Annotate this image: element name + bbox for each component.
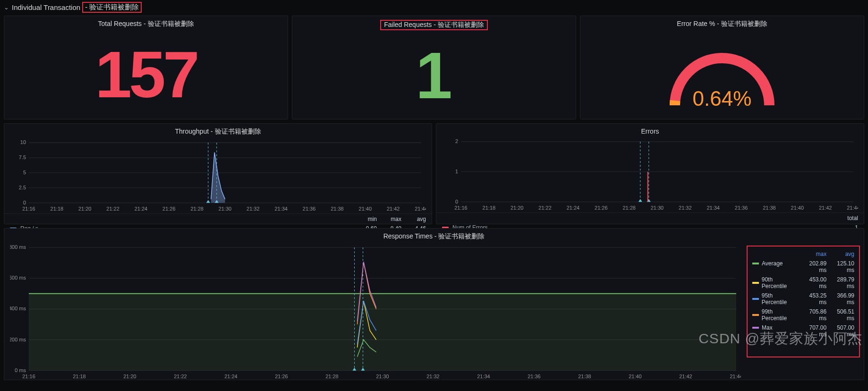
stat-value: 1 xyxy=(292,32,576,119)
svg-text:21:44: 21:44 xyxy=(730,374,741,379)
svg-text:21:40: 21:40 xyxy=(629,374,642,379)
svg-marker-27 xyxy=(206,200,210,203)
svg-text:2.5: 2.5 xyxy=(19,185,26,190)
svg-text:21:42: 21:42 xyxy=(819,205,832,211)
svg-text:21:44: 21:44 xyxy=(847,205,858,211)
legend-row[interactable]: Max707.00 ms507.00 ms xyxy=(751,323,855,339)
svg-text:21:18: 21:18 xyxy=(73,374,86,379)
svg-text:21:26: 21:26 xyxy=(595,205,607,211)
chart-area[interactable]: 01221:1621:1821:2021:2221:2421:2621:2821… xyxy=(436,137,864,212)
svg-text:21:38: 21:38 xyxy=(331,206,343,212)
svg-text:21:40: 21:40 xyxy=(791,205,804,211)
svg-text:21:36: 21:36 xyxy=(303,206,315,212)
svg-text:2: 2 xyxy=(455,139,458,144)
svg-text:0 ms: 0 ms xyxy=(15,367,26,373)
svg-text:21:40: 21:40 xyxy=(359,206,372,212)
legend-head-max: max xyxy=(384,216,401,222)
panel-title: Throughput - 验证书籍被删除 xyxy=(4,124,432,138)
svg-text:21:16: 21:16 xyxy=(22,374,35,379)
svg-text:21:16: 21:16 xyxy=(454,205,467,211)
legend-head-total: total xyxy=(841,215,858,221)
svg-text:21:24: 21:24 xyxy=(224,374,238,379)
svg-text:21:16: 21:16 xyxy=(22,206,35,212)
legend-head-avg: avg xyxy=(409,216,426,222)
stat-value: 157 xyxy=(4,30,288,119)
svg-text:21:36: 21:36 xyxy=(735,205,748,211)
legend-row[interactable]: 99th Percentile705.86 ms506.51 ms xyxy=(751,307,855,323)
svg-text:21:42: 21:42 xyxy=(679,374,692,379)
chevron-down-icon: ⌄ xyxy=(4,4,9,11)
svg-text:21:38: 21:38 xyxy=(578,374,591,379)
panel-title: Failed Requests - 验证书籍被删除 xyxy=(292,16,576,32)
svg-text:21:30: 21:30 xyxy=(219,206,231,212)
svg-text:21:24: 21:24 xyxy=(567,205,579,211)
chart-area[interactable]: 02.557.51021:1621:1821:2021:2221:2421:26… xyxy=(4,138,432,213)
panel-title: Errors xyxy=(436,124,864,137)
response-times-legend: max avg Average202.89 ms125.10 ms90th Pe… xyxy=(747,246,860,357)
panel-response-times[interactable]: Response Times - 验证书籍被删除 0 ms200 ms400 m… xyxy=(4,228,864,380)
svg-text:21:38: 21:38 xyxy=(763,205,775,211)
svg-text:400 ms: 400 ms xyxy=(10,306,26,311)
svg-text:0: 0 xyxy=(455,199,458,204)
panel-title: Error Rate % - 验证书籍被删除 xyxy=(580,16,864,30)
svg-text:21:28: 21:28 xyxy=(325,374,339,379)
svg-text:21:22: 21:22 xyxy=(538,205,551,211)
legend-head-min: min xyxy=(360,216,377,222)
section-title-prefix: Individual Transaction xyxy=(12,3,80,11)
legend-head-avg: avg xyxy=(827,249,855,259)
svg-text:21:34: 21:34 xyxy=(706,205,719,211)
svg-text:200 ms: 200 ms xyxy=(10,337,26,342)
svg-text:21:24: 21:24 xyxy=(135,206,147,212)
svg-text:1: 1 xyxy=(455,169,458,174)
panel-title: Total Requests - 验证书籍被删除 xyxy=(4,16,288,30)
svg-text:21:30: 21:30 xyxy=(376,374,389,379)
svg-text:21:28: 21:28 xyxy=(622,205,635,211)
gauge: 0.64% xyxy=(580,30,864,119)
svg-text:21:34: 21:34 xyxy=(477,374,490,379)
svg-text:7.5: 7.5 xyxy=(19,154,26,160)
svg-marker-52 xyxy=(638,199,642,202)
svg-text:21:26: 21:26 xyxy=(162,206,175,212)
panel-failed-requests[interactable]: Failed Requests - 验证书籍被删除 1 xyxy=(292,16,576,119)
svg-text:21:30: 21:30 xyxy=(651,205,664,211)
legend-row[interactable]: 95th Percentile453.25 ms366.99 ms xyxy=(751,291,855,307)
svg-text:21:20: 21:20 xyxy=(78,206,91,212)
legend-row[interactable]: 90th Percentile453.00 ms289.79 ms xyxy=(751,275,855,291)
svg-text:600 ms: 600 ms xyxy=(10,275,26,280)
svg-text:21:32: 21:32 xyxy=(247,206,259,212)
section-title-suffix: - 验证书籍被删除 xyxy=(82,2,142,13)
svg-rect-81 xyxy=(29,294,736,371)
panel-throughput[interactable]: Throughput - 验证书籍被删除 02.557.51021:1621:1… xyxy=(4,123,432,224)
svg-text:21:22: 21:22 xyxy=(106,206,119,212)
legend-head-max: max xyxy=(800,249,827,259)
panel-errors[interactable]: Errors 01221:1621:1821:2021:2221:2421:26… xyxy=(436,123,864,224)
panel-total-requests[interactable]: Total Requests - 验证书籍被删除 157 xyxy=(4,16,288,119)
svg-text:21:32: 21:32 xyxy=(679,205,691,211)
panel-error-rate[interactable]: Error Rate % - 验证书籍被删除 0.64% xyxy=(580,16,864,119)
svg-text:21:18: 21:18 xyxy=(483,205,495,211)
svg-text:21:26: 21:26 xyxy=(275,374,288,379)
legend-row[interactable]: Average202.89 ms125.10 ms xyxy=(751,259,855,275)
svg-text:21:28: 21:28 xyxy=(190,206,203,212)
svg-text:21:34: 21:34 xyxy=(274,206,287,212)
svg-text:0: 0 xyxy=(23,200,26,205)
gauge-value: 0.64% xyxy=(693,87,752,110)
chart-area[interactable]: 0 ms200 ms400 ms600 ms800 ms21:1621:1821… xyxy=(4,243,747,381)
svg-text:21:36: 21:36 xyxy=(528,374,541,379)
svg-text:21:42: 21:42 xyxy=(387,206,400,212)
svg-text:21:22: 21:22 xyxy=(174,374,187,379)
svg-text:21:44: 21:44 xyxy=(415,206,426,212)
panel-title: Response Times - 验证书籍被删除 xyxy=(4,229,864,243)
svg-text:21:32: 21:32 xyxy=(426,374,440,379)
svg-text:21:18: 21:18 xyxy=(51,206,63,212)
svg-text:10: 10 xyxy=(20,140,26,145)
svg-text:21:20: 21:20 xyxy=(123,374,136,379)
svg-text:800 ms: 800 ms xyxy=(10,245,26,250)
section-header[interactable]: ⌄ Individual Transaction - 验证书籍被删除 xyxy=(0,0,868,16)
svg-text:21:20: 21:20 xyxy=(511,205,523,211)
svg-text:5: 5 xyxy=(23,170,26,175)
